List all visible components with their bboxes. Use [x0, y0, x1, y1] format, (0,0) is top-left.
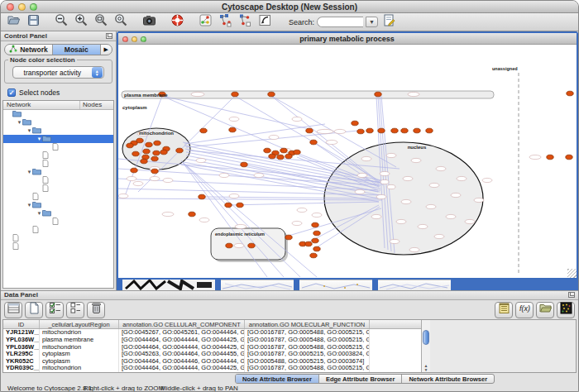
- network-node[interactable]: [400, 128, 407, 133]
- save-button[interactable]: [24, 14, 42, 31]
- import-folder-button[interactable]: [536, 302, 554, 318]
- scrollbar-arrows[interactable]: ▲▼: [422, 364, 430, 372]
- network-node[interactable]: [377, 128, 384, 133]
- annotation-button[interactable]: [256, 14, 274, 31]
- background-window-thumbnail[interactable]: [221, 280, 294, 290]
- open-button[interactable]: [4, 14, 22, 31]
- tree-row-cellular-process[interactable]: ▼: [3, 168, 113, 176]
- help-lifering-button[interactable]: [168, 14, 186, 31]
- expand-arrow-icon[interactable]: ▼: [26, 203, 32, 208]
- network-node[interactable]: [140, 159, 146, 164]
- network-node[interactable]: [313, 231, 319, 236]
- network-node[interactable]: [247, 243, 254, 248]
- select-first-neighbors-button[interactable]: [216, 14, 234, 31]
- network-node[interactable]: [263, 148, 270, 153]
- layout-button[interactable]: [196, 14, 214, 31]
- network-node[interactable]: [228, 127, 235, 132]
- network-node[interactable]: [565, 155, 572, 160]
- float-panel-icon[interactable]: [106, 33, 112, 39]
- matrix-button[interactable]: [557, 302, 575, 318]
- network-node[interactable]: [152, 151, 159, 155]
- network-node[interactable]: [151, 169, 157, 174]
- minimize-button[interactable]: [18, 3, 26, 11]
- network-node[interactable]: [374, 92, 380, 97]
- expand-arrow-icon[interactable]: ▼: [36, 136, 42, 141]
- zoom-in-button[interactable]: [72, 14, 90, 31]
- table-row[interactable]: YDR039C__1mitochondrion[GO:0044464, GO:0…: [3, 365, 421, 372]
- network-node[interactable]: [293, 150, 299, 155]
- column-header[interactable]: _cellularLayoutRegion: [40, 320, 119, 328]
- tab-network[interactable]: Network: [5, 45, 53, 55]
- tree-row-primary-metab[interactable]: ▼: [3, 135, 113, 143]
- notepad-button[interactable]: [495, 302, 513, 318]
- tab-node-attribute-browser[interactable]: Node Attribute Browser: [236, 375, 319, 383]
- expand-arrow-icon[interactable]: ▼: [26, 128, 32, 133]
- unchecked-list-button[interactable]: [66, 302, 84, 318]
- network-node[interactable]: [311, 222, 318, 227]
- table-row[interactable]: YPL036W__2plasma membrane[GO:0044464, GO…: [3, 337, 421, 344]
- node-color-dropdown[interactable]: transporter activity ▲▼: [12, 66, 104, 79]
- window-frame-fragment[interactable]: [294, 280, 299, 290]
- zoom-button[interactable]: [141, 36, 146, 42]
- tree-row-overview[interactable]: [3, 242, 113, 251]
- tree-row-metabolic-process[interactable]: ▼: [3, 127, 113, 135]
- network-node[interactable]: [390, 128, 397, 133]
- tree-row-cellular-metabo[interactable]: [3, 176, 113, 184]
- network-node[interactable]: [130, 168, 136, 173]
- network-node[interactable]: [224, 203, 231, 208]
- search-input[interactable]: [317, 17, 363, 27]
- column-header[interactable]: [370, 320, 419, 328]
- camera-button[interactable]: [140, 14, 158, 31]
- resize-grip[interactable]: [567, 269, 577, 278]
- network-node[interactable]: [351, 121, 357, 126]
- scrollbar-thumb[interactable]: [423, 330, 429, 345]
- tree-row-establishment-of-lo[interactable]: ▼: [3, 201, 113, 209]
- tree-row-unassigned[interactable]: [3, 234, 113, 242]
- zoom-selected-button[interactable]: [92, 14, 110, 31]
- column-header[interactable]: annotation.GO CELLULAR_COMPONENT: [119, 320, 245, 328]
- network-node[interactable]: [126, 143, 132, 148]
- network-node[interactable]: [285, 235, 291, 240]
- minimize-button[interactable]: [132, 36, 137, 42]
- network-node[interactable]: [160, 150, 166, 155]
- close-button[interactable]: [122, 36, 128, 42]
- edit-doc-button[interactable]: [380, 14, 398, 31]
- network-node[interactable]: [225, 243, 232, 248]
- column-header[interactable]: ID: [3, 320, 40, 328]
- network-node[interactable]: [309, 253, 316, 258]
- network-node[interactable]: [236, 203, 242, 208]
- tree-row-transport[interactable]: ▼: [3, 209, 113, 218]
- select-nodes-checkbox[interactable]: ✓: [7, 88, 16, 97]
- network-node[interactable]: [199, 128, 206, 133]
- new-attribute-button[interactable]: [25, 302, 43, 318]
- network-node[interactable]: [313, 246, 319, 251]
- background-window-thumbnail[interactable]: [299, 280, 372, 290]
- network-node[interactable]: [175, 148, 182, 153]
- attribute-table-button[interactable]: [4, 302, 22, 318]
- tree-row-macromolecule[interactable]: [3, 160, 113, 168]
- table-row[interactable]: YPL036W__1mitochondrion[GO:0044464, GO:0…: [3, 344, 421, 351]
- tree-row-secretion[interactable]: [3, 218, 113, 226]
- tab-overflow-arrow[interactable]: ▶: [101, 45, 112, 55]
- background-window-thumbnail[interactable]: [378, 280, 451, 290]
- window-frame-fragment[interactable]: [215, 280, 221, 290]
- tree-row-nitrogen-compo[interactable]: [3, 151, 113, 160]
- network-node[interactable]: [142, 149, 149, 154]
- expand-arrow-icon[interactable]: ▼: [26, 170, 32, 174]
- tree-row-cell-communicat[interactable]: [3, 184, 113, 193]
- network-node[interactable]: [231, 92, 237, 97]
- tree-row-mosaic-demo-yeast[interactable]: [3, 110, 113, 118]
- network-node[interactable]: [356, 129, 363, 134]
- network-node[interactable]: [425, 128, 432, 133]
- network-node[interactable]: [198, 194, 204, 199]
- network-node[interactable]: [311, 238, 318, 243]
- select-neighbors-button[interactable]: [236, 14, 254, 31]
- network-node[interactable]: [304, 241, 311, 246]
- tab-mosaic[interactable]: Mosaic: [53, 45, 101, 55]
- tree-row-biological-process[interactable]: ▼: [3, 118, 113, 127]
- network-node[interactable]: [267, 92, 274, 97]
- window-frame-fragment[interactable]: [372, 280, 378, 290]
- network-node[interactable]: [566, 91, 572, 96]
- checked-list-button[interactable]: [45, 302, 64, 318]
- expand-arrow-icon[interactable]: ▼: [36, 211, 42, 216]
